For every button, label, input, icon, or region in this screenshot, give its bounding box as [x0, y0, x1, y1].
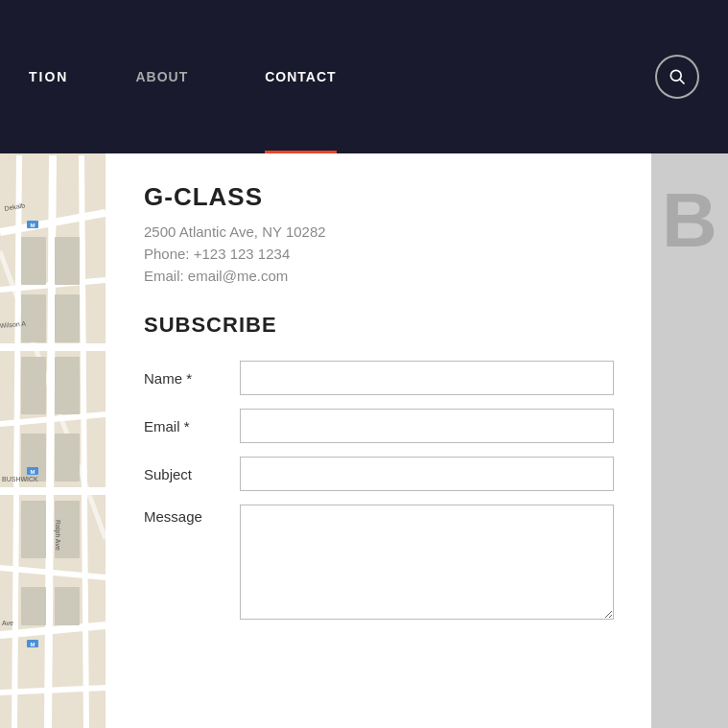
svg-rect-18 — [55, 294, 80, 342]
svg-rect-17 — [55, 237, 80, 285]
map-svg: M M M Dekalb Wilson A BUSHWICK Ave Ralph… — [0, 153, 106, 728]
map-placeholder: M M M Dekalb Wilson A BUSHWICK Ave Ralph… — [0, 153, 106, 728]
svg-rect-20 — [55, 357, 80, 414]
email-input[interactable] — [240, 409, 614, 443]
contact-area: G-CLASS 2500 Atlantic Ave, NY 10282 Phon… — [106, 153, 651, 728]
svg-rect-26 — [55, 587, 80, 625]
email-field-label: Email * — [144, 418, 240, 434]
svg-text:Ave: Ave — [2, 620, 13, 626]
phone-label: Phone: — [144, 246, 190, 262]
map-area: M M M Dekalb Wilson A BUSHWICK Ave Ralph… — [0, 153, 106, 728]
search-icon — [668, 67, 687, 86]
nav-item-about[interactable]: ABOUT — [97, 0, 226, 153]
form-row-message: Message — [144, 505, 622, 620]
business-name: G-CLASS — [144, 182, 622, 212]
subject-input[interactable] — [240, 457, 614, 491]
svg-rect-16 — [21, 294, 46, 342]
email-label: Email: — [144, 268, 184, 284]
svg-rect-15 — [21, 237, 46, 285]
right-thumbnail: B — [651, 153, 728, 728]
message-label: Message — [144, 505, 240, 525]
name-label: Name * — [144, 370, 240, 387]
phone-number: +123 123 1234 — [194, 246, 291, 262]
svg-rect-19 — [21, 357, 46, 414]
main-content: M M M Dekalb Wilson A BUSHWICK Ave Ralph… — [0, 153, 728, 728]
form-row-name: Name * — [144, 361, 622, 395]
address: 2500 Atlantic Ave, NY 10282 — [144, 223, 622, 240]
svg-rect-22 — [55, 434, 80, 481]
email-link[interactable]: email@me.com — [188, 268, 288, 284]
subject-label: Subject — [144, 466, 240, 482]
email-line: Email: email@me.com — [144, 268, 622, 284]
svg-rect-23 — [21, 501, 46, 558]
nav-left-label: TION — [0, 69, 97, 84]
message-textarea[interactable] — [240, 505, 614, 620]
search-button[interactable] — [655, 55, 699, 99]
svg-text:M: M — [31, 223, 35, 228]
phone-line: Phone: +123 123 1234 — [144, 246, 622, 262]
form-row-subject: Subject — [144, 457, 622, 491]
nav-items: ABOUT CONTACT — [97, 0, 374, 153]
svg-point-0 — [670, 70, 681, 81]
thumb-letter: B — [662, 182, 717, 259]
svg-rect-25 — [21, 587, 46, 625]
form-row-email: Email * — [144, 409, 622, 443]
name-input[interactable] — [240, 361, 614, 395]
svg-text:Ralph Ave: Ralph Ave — [54, 520, 61, 551]
svg-line-1 — [680, 80, 685, 84]
nav-item-contact[interactable]: CONTACT — [226, 0, 374, 153]
svg-text:M: M — [31, 642, 35, 647]
svg-line-12 — [48, 155, 53, 728]
subscribe-heading: SUBSCRIBE — [144, 313, 622, 338]
svg-text:M: M — [31, 469, 35, 475]
navigation: TION ABOUT CONTACT — [0, 0, 728, 153]
svg-text:BUSHWICK: BUSHWICK — [2, 476, 38, 482]
